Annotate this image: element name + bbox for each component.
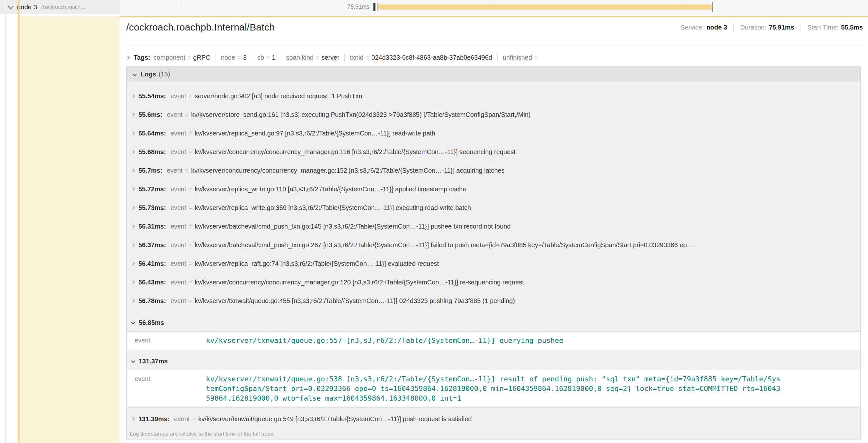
log-message: kv/kvserver/txnwait/queue.go:455 [n3,s3,… [195, 297, 515, 305]
trace-detail-view: node 3 /cockroach.roach… 75.91ms /cockro… [0, 0, 868, 443]
log-message: kv/kvserver/replica_raft.go:74 [n3,s3,r6… [195, 260, 439, 267]
log-field-key: event [170, 297, 186, 305]
log-row[interactable]: 56.78ms:event=kv/kvserver/txnwait/queue.… [127, 292, 860, 310]
log-row[interactable]: 131.39ms:event=kv/kvserver/txnwait/queue… [127, 410, 860, 428]
tag-separator [252, 53, 252, 62]
log-timestamp: 55.73ms: [138, 204, 166, 211]
equals-sign: = [316, 54, 319, 61]
column-splitter[interactable] [179, 0, 179, 14]
log-marker [377, 3, 377, 11]
chevron-down-icon [131, 359, 135, 363]
log-message: kv/kvserver/txnwait/queue.go:549 [n3,s3,… [198, 415, 472, 423]
chevron-down-icon [132, 72, 137, 76]
chevron-right-icon [131, 169, 134, 172]
log-marker [374, 3, 375, 11]
log-field-key: event [170, 279, 186, 286]
tag-value: gRPC [193, 54, 210, 61]
span-duration-label: 75.91ms [324, 3, 369, 10]
log-field-table: eventkv/kvserver/txnwait/queue.go:557 [n… [127, 331, 860, 350]
log-timestamp: 55.72ms: [138, 185, 166, 193]
logs-section: Logs (15) 55.54ms:event=server/node.go:9… [126, 66, 861, 440]
log-message: kv/kvserver/store_send.go:161 [n3,s3] ex… [191, 111, 531, 118]
equals-sign: = [189, 223, 192, 230]
log-row[interactable]: 55.54ms:event=server/node.go:902 [n3] no… [127, 87, 860, 105]
tag-item: sb=1 [257, 54, 276, 61]
tag-item: span.kind=server [286, 54, 340, 61]
tags-row[interactable]: Tags: component=gRPCnode=3sb=1span.kind=… [126, 51, 863, 64]
tag-item: node=3 [221, 54, 247, 61]
equals-sign: = [185, 111, 189, 118]
gutter-divider-line [5, 14, 6, 443]
chevron-right-icon [126, 56, 130, 60]
log-row[interactable]: 56.43ms:event=kv/kvserver/concurrency/co… [127, 273, 860, 292]
equals-sign: = [238, 54, 241, 61]
gutter-divider [5, 0, 6, 14]
log-field-key: event [134, 374, 206, 403]
equals-sign: = [366, 54, 369, 61]
log-timestamp: 56.31ms: [138, 223, 166, 230]
tag-key: node [221, 54, 236, 61]
equals-sign: = [189, 298, 192, 304]
chevron-right-icon [131, 187, 134, 191]
log-timestamp: 55.54ms: [138, 93, 166, 100]
chevron-right-icon [131, 225, 134, 228]
log-timestamp: 131.39ms: [138, 415, 169, 423]
log-field-key: event [170, 148, 186, 156]
log-timestamp: 55.64ms: [138, 130, 166, 137]
logs-title: Logs [141, 71, 156, 78]
span-row: node 3 /cockroach.roach… 75.91ms [0, 0, 868, 14]
log-message: kv/kvserver/concurrency/concurrency_mana… [191, 167, 505, 174]
log-row[interactable]: 55.64ms:event=kv/kvserver/replica_send.g… [127, 124, 860, 142]
span-duration-bar[interactable] [378, 4, 713, 10]
span-detail-card: /cockroach.roachpb.Internal/Batch Servic… [120, 14, 868, 443]
equals-sign: = [189, 93, 192, 100]
selected-row-highlight [20, 16, 120, 443]
log-expanded-header[interactable]: 56.85ms [127, 318, 860, 328]
log-timestamp: 56.41ms: [138, 260, 166, 267]
log-field-key: event [170, 93, 186, 100]
tag-separator [344, 53, 345, 62]
log-row[interactable]: 56.41ms:event=kv/kvserver/replica_raft.g… [127, 254, 860, 273]
tag-key: component [154, 54, 185, 61]
span-meta: Service: node 3 Duration: 75.91ms Start … [681, 23, 863, 33]
card-accent-rule [120, 16, 868, 17]
tag-value: 1 [272, 54, 275, 61]
chevron-right-icon [131, 417, 134, 420]
logs-count: (15) [159, 71, 170, 78]
log-timestamp: 55.6ms: [138, 111, 162, 118]
span-operation-name: /cockroach.roach… [41, 4, 86, 10]
service-value: node 3 [706, 24, 727, 31]
log-marker [373, 3, 374, 11]
chevron-right-icon [131, 243, 134, 246]
log-timestamp: 55.68ms: [138, 148, 166, 156]
equals-sign: = [189, 260, 192, 267]
tag-separator [281, 53, 281, 62]
log-row[interactable]: 55.7ms:event=kv/kvserver/concurrency/con… [127, 161, 860, 180]
log-row[interactable]: 56.37ms:event=kv/kvserver/batcheval/cmd_… [127, 236, 860, 254]
equals-sign: = [189, 279, 192, 286]
logs-header[interactable]: Logs (15) [127, 67, 860, 82]
chevron-right-icon [131, 262, 134, 265]
log-message: server/node.go:902 [n3] node received re… [195, 93, 362, 100]
collapse-chevron-down-icon[interactable] [8, 4, 13, 9]
span-service-name: node 3 [17, 3, 37, 11]
log-row[interactable]: 55.68ms:event=kv/kvserver/concurrency/co… [127, 142, 860, 161]
log-row[interactable]: 55.73ms:event=kv/kvserver/replica_write.… [127, 198, 860, 217]
tag-key: span.kind [286, 54, 314, 61]
log-marker [372, 3, 372, 11]
log-field-key: event [167, 111, 183, 118]
chevron-right-icon [131, 131, 134, 135]
logs-footer-note: Log timestamps are relative to the start… [127, 431, 860, 437]
chevron-right-icon [131, 299, 134, 302]
log-row[interactable]: 55.72ms:event=kv/kvserver/replica_write.… [127, 180, 860, 198]
log-marker-end [712, 2, 713, 12]
log-expanded-header[interactable]: 131.37ms [127, 356, 860, 366]
header-divider [126, 45, 863, 46]
log-row[interactable]: 56.31ms:event=kv/kvserver/batcheval/cmd_… [127, 217, 860, 236]
log-row[interactable]: 55.6ms:event=kv/kvserver/store_send.go:1… [127, 105, 860, 124]
log-field-key: event [134, 336, 206, 345]
log-field-key: event [170, 241, 186, 249]
equals-sign: = [189, 242, 192, 248]
log-timestamp: 56.37ms: [138, 241, 166, 249]
chevron-right-icon [131, 94, 134, 98]
